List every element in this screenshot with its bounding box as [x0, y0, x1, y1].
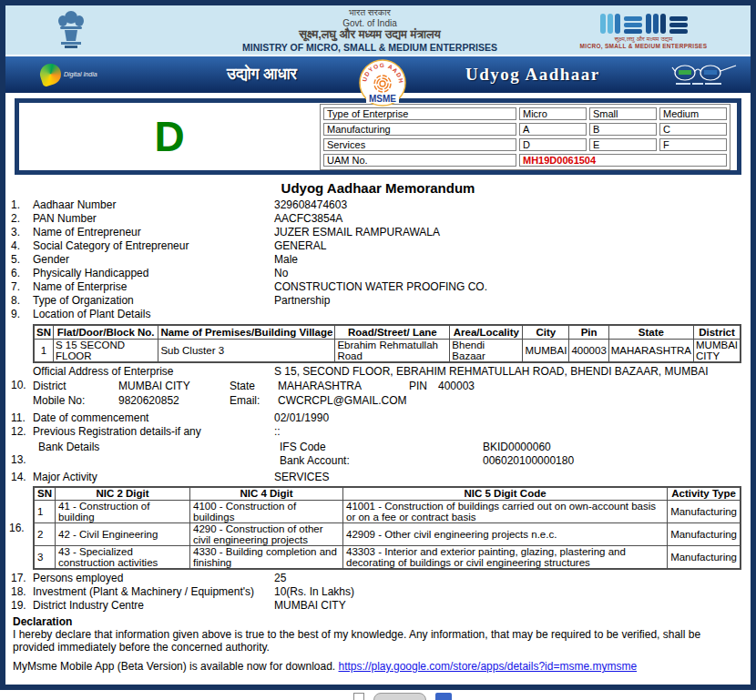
col-header-sn: SN — [34, 325, 53, 339]
table-header-row: SN Flat/Door/Block No. Name of Premises/… — [34, 325, 741, 339]
ifs-code-row: IFS CodeBKID0000060 — [280, 441, 751, 454]
state-label: State — [230, 379, 278, 393]
table-header-row: SN NIC 2 Digit NIC 4 Digit NIC 5 Digit C… — [34, 487, 741, 501]
item-number: 9. — [5, 308, 33, 321]
swachh-bharat-glasses-icon — [670, 63, 738, 92]
field-label: Physically Handicapped — [33, 267, 274, 280]
cell-nic2: 42 - Civil Engineering — [55, 523, 189, 546]
footer-button[interactable] — [373, 693, 426, 700]
cell-pin: 400003 — [569, 339, 608, 362]
field-value: No — [274, 267, 751, 280]
medium-header: Medium — [659, 107, 727, 120]
type-of-enterprise-header: Type of Enterprise — [323, 107, 516, 120]
col-header-flat: Flat/Door/Block No. — [53, 325, 158, 339]
bank-account-value: 006020100000180 — [483, 454, 574, 468]
msme-logo-bars-icon — [564, 12, 723, 34]
item-number: 17. — [5, 572, 33, 585]
ministry-header: भारत सरकार Govt. of India सूक्ष्म,लघु और… — [5, 5, 751, 55]
email-label: Email: — [230, 393, 278, 408]
mymsme-text: MyMsme Mobile App (Beta Version) is avai… — [13, 660, 339, 673]
services-label: Services — [323, 138, 516, 151]
footer-checkbox[interactable] — [353, 693, 364, 700]
cell-activity-type: Manufacturing — [668, 523, 741, 546]
cell: B — [589, 123, 657, 136]
field-row-pan: 2.PAN NumberAACFC3854A — [5, 212, 751, 226]
official-address-label: Official Address of Enterprise — [33, 365, 274, 379]
cell-nic5: 41001 - Construction of buildings carrie… — [342, 501, 667, 523]
cell-activity-type: Manufacturing — [668, 546, 741, 570]
state-value: MAHARASHTRA — [278, 379, 409, 393]
bank-details-block: Bank Details 13. IFS CodeBKID0000060 Ban… — [5, 441, 751, 468]
item-number: 6. — [5, 267, 33, 280]
field-value: 10(Rs. In Lakhs) — [274, 585, 751, 599]
col-header-city: City — [523, 325, 569, 339]
col-header-road: Road/Street/ Lane — [335, 325, 450, 339]
pin-label: PIN — [409, 379, 438, 393]
msme-tagline-hindi: सूक्ष्म,लघु और मध्यम उद्यम — [564, 36, 723, 43]
declaration-title: Declaration — [13, 615, 743, 628]
item-number: 12. — [5, 425, 33, 439]
item-number: 16. — [5, 522, 33, 534]
field-value: 25 — [274, 572, 751, 585]
official-address-value: S 15, SECOND FLOOR, EBRAHIM REHMATULLAH … — [274, 365, 751, 379]
field-label: Name of Entrepreneur — [33, 226, 274, 239]
field-row-previous-registration: 12.Previous Registration details-if any:… — [5, 425, 751, 439]
field-row-gender: 5.GenderMale — [5, 253, 751, 267]
footer-blue-button[interactable] — [435, 693, 452, 700]
cell-nic5: 43303 - Interior and exterior painting, … — [342, 546, 667, 570]
item-number: 1. — [5, 198, 33, 212]
udyog-aadhaar-banner: Digital India उद्योग आधार UDYOG AADHAAR … — [5, 55, 751, 93]
cell-city: MUMBAI — [523, 339, 569, 362]
table-row: Manufacturing A B C — [323, 123, 727, 136]
digital-india-swirl-icon — [37, 61, 64, 87]
field-label: Type of Organization — [33, 294, 274, 308]
pin-value: 400003 — [438, 379, 475, 393]
field-row-commencement: 11.Date of commencement02/01/1990 — [5, 411, 751, 425]
govt-of-india-hindi: भारत सरकार — [215, 7, 525, 18]
field-label: PAN Number — [33, 212, 274, 226]
msme-tagline-english: MICRO, SMALL & MEDIUM ENTERPRISES — [564, 43, 723, 49]
cell-sn: 2 — [34, 523, 55, 546]
svg-text:MSME: MSME — [369, 94, 396, 104]
memorandum-body: D Type of Enterprise Micro Small Medium … — [5, 93, 751, 674]
uam-number: MH19D0061504 — [519, 154, 727, 167]
district-label: District — [33, 379, 118, 393]
plant-details-table: SN Flat/Door/Block No. Name of Premises/… — [33, 324, 741, 363]
category-letter: D — [19, 116, 320, 157]
field-value: :: — [274, 425, 751, 439]
cell-sn: 3 — [34, 546, 55, 570]
india-emblem-icon — [53, 10, 89, 54]
col-header-nic5: NIC 5 Digit Code — [342, 487, 667, 501]
field-value: GENERAL — [274, 239, 751, 253]
item-number: 14. — [5, 471, 33, 484]
table-row: UAM No. MH19D0061504 — [323, 154, 727, 167]
field-row-social-category: 4.Social Category of EntrepreneurGENERAL — [5, 239, 751, 253]
cell-road: Ebrahim Rehmatullah Road — [335, 339, 450, 362]
playstore-link[interactable]: https://play.google.com/store/apps/detai… — [339, 660, 638, 673]
cell-nic4: 4330 - Building completion and finishing — [189, 546, 342, 570]
cell: E — [589, 138, 657, 151]
field-value: 02/01/1990 — [274, 411, 751, 425]
field-row-organization-type: 8.Type of OrganizationPartnership — [5, 294, 751, 308]
table-row: 1 S 15 SECOND FLOOR Sub Cluster 3 Ebrahi… — [34, 339, 741, 362]
col-header-nic4: NIC 4 Digit — [189, 487, 342, 501]
cell-sn: 1 — [34, 501, 55, 523]
col-header-nic2: NIC 2 Digit — [55, 487, 189, 501]
cell-district: MUMBAI CITY — [694, 339, 741, 362]
cell: D — [519, 138, 587, 151]
district-state-pin-row: District MUMBAI CITY State MAHARASHTRA P… — [33, 379, 751, 393]
item-number: 2. — [5, 212, 33, 226]
cell: A — [519, 123, 587, 136]
table-row: 3 43 - Specialized construction activiti… — [34, 546, 741, 570]
field-value: Partnership — [274, 294, 751, 308]
field-label: Social Category of Entrepreneur — [33, 239, 274, 253]
item-number: 19. — [5, 599, 33, 613]
col-header-pin: Pin — [569, 325, 608, 339]
cell-state: MAHARASHTRA — [608, 339, 693, 362]
item-number: 7. — [5, 280, 33, 294]
field-label: Gender — [33, 253, 274, 267]
official-address-row: Official Address of Enterprise S 15, SEC… — [5, 365, 751, 379]
enterprise-type-table: Type of Enterprise Micro Small Medium Ma… — [320, 104, 730, 170]
item-number: 10. — [5, 379, 33, 408]
ministry-name-hindi: सूक्ष्म,लघु और मध्यम उद्यम मंत्रालय — [215, 28, 525, 42]
